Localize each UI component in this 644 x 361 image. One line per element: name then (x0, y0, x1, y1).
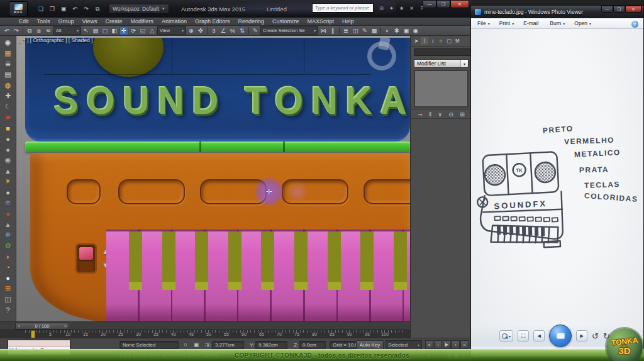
window-crossing-icon[interactable]: ◧ (110, 26, 119, 35)
zoom-button[interactable]: ▾ (499, 330, 513, 342)
key-mode-dropdown[interactable]: Selected▾ (386, 340, 422, 350)
select-object-icon[interactable]: ↖ (82, 26, 91, 35)
time-slider[interactable]: < 0 / 100 > (15, 323, 69, 330)
z-coordinate-field[interactable]: 0.0cm (299, 341, 326, 349)
viewer-menu-item[interactable]: Open▾ (574, 20, 591, 26)
percent-snap-icon[interactable]: % (228, 26, 237, 35)
play-button[interactable]: ▶ (443, 340, 451, 349)
previous-frame-button[interactable]: ‹ (434, 340, 442, 349)
minimize-button[interactable]: — (423, 0, 436, 8)
named-selection-set-dropdown[interactable]: Create Selection Se▾ (260, 26, 318, 35)
isolate-selection-icon[interactable]: ○ (182, 341, 189, 348)
sphere-white-icon[interactable]: ● (2, 272, 14, 283)
cone-primitive-icon[interactable]: ▲ (2, 165, 14, 176)
sphere-tan-icon[interactable]: ● (2, 133, 14, 144)
redo-icon[interactable]: ↷ (12, 26, 21, 35)
close-button[interactable]: ✕ (625, 6, 641, 13)
snap-toggle-icon[interactable]: 3 (209, 26, 218, 35)
workspace-dropdown[interactable]: Workspace: Default ▾ (108, 4, 169, 14)
viewport[interactable]: [ + ] [ Orthographic ] [ Shaded ] SOUND … (16, 36, 410, 321)
menu-item[interactable]: MAXScript (308, 18, 335, 25)
align-icon[interactable]: ∥ (328, 26, 337, 35)
utilities-tab-icon[interactable]: ⚒ (453, 37, 461, 45)
image-icon[interactable]: ▦ (2, 48, 14, 58)
lamp-icon[interactable]: ◍ (2, 80, 14, 91)
rotate-counterclockwise-button[interactable]: ↺ (592, 331, 599, 341)
unlink-icon[interactable]: ⧈ (35, 26, 43, 35)
help-icon[interactable]: ? (2, 304, 14, 315)
waves-icon[interactable]: ≋ (2, 197, 14, 208)
x-coordinate-field[interactable]: 3.277cm (212, 341, 244, 349)
undo-icon[interactable]: ↶ (70, 4, 79, 13)
scale-icon[interactable]: ◱ (138, 26, 147, 35)
mirror-icon[interactable]: ⋈ (319, 26, 328, 35)
snowflake-icon[interactable]: ❄ (2, 230, 14, 240)
menu-item[interactable]: Graph Editors (195, 18, 230, 25)
favorites-icon[interactable]: ★ (397, 4, 406, 12)
search-icon[interactable]: ⊙ (377, 4, 386, 12)
moon-icon[interactable]: ☾ (2, 101, 14, 112)
next-frame-button[interactable]: › (452, 340, 460, 349)
ribbon-icon[interactable]: ◫ (351, 26, 360, 35)
menu-item[interactable]: Modifiers (130, 18, 153, 25)
menu-item[interactable]: Views (82, 18, 97, 25)
create-tab-icon[interactable]: ➤ (413, 37, 420, 45)
menu-item[interactable]: Help (342, 18, 354, 25)
redo-icon[interactable]: ↷ (82, 4, 91, 13)
bind-spacewarp-icon[interactable]: ≋ (44, 26, 53, 35)
pin-stack-icon[interactable]: ⊸ (418, 111, 423, 118)
select-and-move-button[interactable]: ✛ (119, 26, 128, 35)
make-unique-icon[interactable]: ∨ (438, 111, 442, 118)
hand-icon[interactable]: ◗ (2, 251, 14, 262)
menu-item[interactable]: Group (58, 18, 74, 25)
schematic-view-icon[interactable]: ▦ (370, 26, 379, 35)
search-input[interactable] (312, 3, 374, 13)
close-button[interactable]: ✕ (450, 0, 469, 8)
modifier-list-dropdown[interactable]: Modifier List ▾ (414, 59, 469, 68)
configure-modifier-sets-icon[interactable]: ⊞ (460, 111, 465, 118)
go-to-start-button[interactable]: « (425, 340, 433, 349)
viewer-menu-item[interactable]: E-mail (523, 20, 540, 26)
menu-item[interactable]: Edit (19, 18, 29, 25)
select-by-name-icon[interactable]: ▤ (91, 26, 100, 35)
placement-icon[interactable]: △ (148, 26, 157, 35)
sign-in-icon[interactable]: ✕ (408, 4, 416, 12)
viewer-menu-item[interactable]: Print▾ (499, 20, 514, 26)
show-end-result-icon[interactable]: ‖ (429, 111, 431, 118)
spinner-snap-icon[interactable]: ⇅ (238, 26, 247, 35)
select-link-icon[interactable]: ⧉ (25, 26, 34, 35)
undo-icon[interactable]: ↶ (3, 26, 11, 35)
sphere-icon[interactable]: ● (2, 187, 14, 197)
viewer-menu-item[interactable]: Burn▾ (550, 20, 565, 26)
menu-item[interactable]: Rendering (238, 18, 265, 25)
shell-icon[interactable]: ◔ (2, 262, 14, 272)
go-to-end-button[interactable]: » (460, 340, 469, 349)
viewer-menu-item[interactable]: File▾ (477, 20, 490, 26)
3dsmax-app-button[interactable]: MAX (9, 1, 28, 16)
table-icon[interactable]: ▤ (2, 69, 14, 80)
menu-item[interactable]: Animation (162, 18, 187, 25)
angle-snap-icon[interactable]: ∠ (219, 26, 228, 35)
teapot-primitive-icon[interactable]: ◉ (2, 155, 14, 165)
save-file-icon[interactable]: ▣ (59, 4, 68, 13)
menu-item[interactable]: Create (105, 18, 122, 25)
maximize-button[interactable]: ❐ (613, 6, 625, 13)
next-image-button[interactable]: ► (576, 330, 587, 342)
box-primitive-icon[interactable]: ■ (2, 123, 14, 133)
rotate-icon[interactable]: ⟳ (129, 26, 138, 35)
tool-icon[interactable]: ✚ (2, 91, 14, 101)
rendered-frame-icon[interactable]: ▣ (402, 26, 411, 35)
edit-named-selections-icon[interactable]: ✎ (251, 26, 260, 35)
selection-region-icon[interactable]: ▢ (101, 26, 109, 35)
maximize-button[interactable]: ❐ (436, 0, 450, 8)
render-setup-icon[interactable]: ✱ (392, 26, 401, 35)
red-tag-icon[interactable]: ▰ (2, 112, 14, 123)
sphere-red-icon[interactable]: ● (2, 208, 14, 219)
door-icon[interactable]: ◫ (2, 294, 14, 304)
y-coordinate-field[interactable]: 9.362cm (255, 341, 287, 349)
grid-icon[interactable]: ⊞ (2, 283, 14, 294)
menu-item[interactable]: Customize (272, 18, 299, 25)
pivot-center-icon[interactable]: ⊕ (187, 26, 196, 35)
sphere-gray-icon[interactable]: ● (2, 144, 14, 155)
layer-manager-icon[interactable]: ≣ (341, 26, 350, 35)
